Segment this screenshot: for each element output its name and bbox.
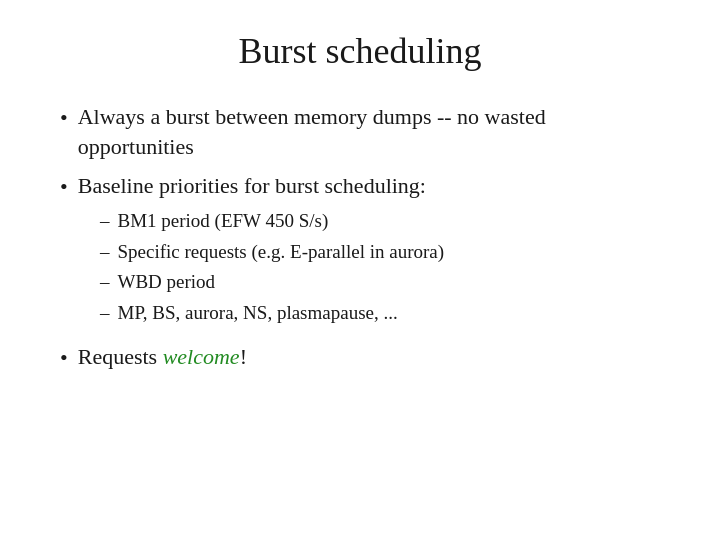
list-item: – WBD period [100, 269, 660, 296]
sub-item-text: WBD period [118, 269, 216, 296]
welcome-label: welcome [163, 344, 240, 369]
sub-item-text: BM1 period (EFW 450 S/s) [118, 208, 329, 235]
bullet-dot: • [60, 172, 68, 202]
bullet-main: • Baseline priorities for burst scheduli… [60, 171, 660, 202]
sub-dash: – [100, 300, 110, 327]
bullet-text: Baseline priorities for burst scheduling… [78, 171, 426, 201]
list-item: • Requests welcome! [60, 342, 660, 373]
list-item: • Always a burst between memory dumps --… [60, 102, 660, 161]
list-item: • Baseline priorities for burst scheduli… [60, 171, 660, 332]
sub-dash: – [100, 239, 110, 266]
bullet-dot: • [60, 343, 68, 373]
requests-label: Requests [78, 344, 163, 369]
list-item: – MP, BS, aurora, NS, plasmapause, ... [100, 300, 660, 327]
list-item: – Specific requests (e.g. E-parallel in … [100, 239, 660, 266]
sub-dash: – [100, 208, 110, 235]
sub-item-text: Specific requests (e.g. E-parallel in au… [118, 239, 445, 266]
bullet-text: Always a burst between memory dumps -- n… [78, 102, 660, 161]
page-title: Burst scheduling [60, 30, 660, 72]
sub-item-text: MP, BS, aurora, NS, plasmapause, ... [118, 300, 398, 327]
list-item: – BM1 period (EFW 450 S/s) [100, 208, 660, 235]
sub-items-list: – BM1 period (EFW 450 S/s) – Specific re… [100, 208, 660, 326]
exclamation: ! [240, 344, 247, 369]
bullet-text: Requests welcome! [78, 342, 247, 372]
bullet-dot: • [60, 103, 68, 133]
sub-dash: – [100, 269, 110, 296]
content-area: • Always a burst between memory dumps --… [60, 102, 660, 373]
